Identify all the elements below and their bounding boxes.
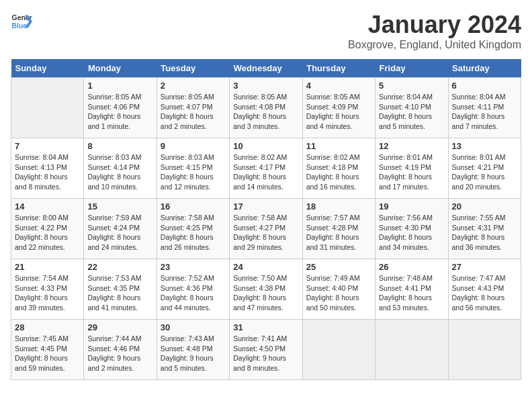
day-number: 25 <box>306 262 371 272</box>
day-number: 17 <box>233 201 298 212</box>
day-info: Sunrise: 7:43 AM Sunset: 4:48 PM Dayligh… <box>161 334 226 373</box>
day-cell: 8Sunrise: 8:03 AM Sunset: 4:14 PM Daylig… <box>84 138 157 199</box>
day-info: Sunrise: 7:56 AM Sunset: 4:30 PM Dayligh… <box>379 213 444 253</box>
day-cell: 24Sunrise: 7:50 AM Sunset: 4:38 PM Dayli… <box>230 259 302 320</box>
day-info: Sunrise: 7:54 AM Sunset: 4:33 PM Dayligh… <box>15 273 80 313</box>
week-row-1: 1Sunrise: 8:05 AM Sunset: 4:06 PM Daylig… <box>11 78 521 138</box>
week-row-3: 14Sunrise: 8:00 AM Sunset: 4:22 PM Dayli… <box>11 199 521 259</box>
day-info: Sunrise: 7:44 AM Sunset: 4:46 PM Dayligh… <box>87 334 152 373</box>
day-info: Sunrise: 8:01 AM Sunset: 4:21 PM Dayligh… <box>452 152 517 192</box>
day-info: Sunrise: 7:57 AM Sunset: 4:28 PM Dayligh… <box>306 213 371 253</box>
day-cell: 16Sunrise: 7:58 AM Sunset: 4:25 PM Dayli… <box>157 199 229 259</box>
day-cell <box>11 78 84 138</box>
weekday-header-sunday: Sunday <box>11 59 84 78</box>
day-number: 13 <box>452 141 517 151</box>
day-number: 6 <box>452 81 517 91</box>
day-cell: 17Sunrise: 7:58 AM Sunset: 4:27 PM Dayli… <box>230 199 302 259</box>
day-info: Sunrise: 7:53 AM Sunset: 4:35 PM Dayligh… <box>87 273 152 313</box>
logo-icon: General Blue <box>11 11 32 32</box>
day-cell: 3Sunrise: 8:05 AM Sunset: 4:08 PM Daylig… <box>230 78 302 138</box>
day-cell: 26Sunrise: 7:48 AM Sunset: 4:41 PM Dayli… <box>375 259 448 320</box>
day-cell: 18Sunrise: 7:57 AM Sunset: 4:28 PM Dayli… <box>302 199 375 259</box>
day-cell: 15Sunrise: 7:59 AM Sunset: 4:24 PM Dayli… <box>84 199 157 259</box>
day-number: 7 <box>15 141 80 151</box>
day-info: Sunrise: 7:52 AM Sunset: 4:36 PM Dayligh… <box>161 273 226 313</box>
day-info: Sunrise: 7:45 AM Sunset: 4:45 PM Dayligh… <box>15 334 80 373</box>
day-info: Sunrise: 7:55 AM Sunset: 4:31 PM Dayligh… <box>452 213 517 253</box>
day-number: 5 <box>379 81 444 91</box>
day-cell: 28Sunrise: 7:45 AM Sunset: 4:45 PM Dayli… <box>11 320 84 380</box>
day-info: Sunrise: 8:03 AM Sunset: 4:15 PM Dayligh… <box>161 152 226 192</box>
day-info: Sunrise: 7:58 AM Sunset: 4:25 PM Dayligh… <box>161 213 226 253</box>
day-cell: 5Sunrise: 8:04 AM Sunset: 4:10 PM Daylig… <box>375 78 448 138</box>
day-info: Sunrise: 7:47 AM Sunset: 4:43 PM Dayligh… <box>452 273 517 313</box>
day-number: 28 <box>15 322 80 332</box>
day-number: 11 <box>306 141 371 151</box>
day-info: Sunrise: 7:59 AM Sunset: 4:24 PM Dayligh… <box>87 213 152 253</box>
day-number: 4 <box>306 81 371 91</box>
day-info: Sunrise: 8:04 AM Sunset: 4:10 PM Dayligh… <box>379 92 444 132</box>
day-number: 9 <box>161 141 226 151</box>
day-info: Sunrise: 8:05 AM Sunset: 4:09 PM Dayligh… <box>306 92 371 132</box>
day-number: 12 <box>379 141 444 151</box>
day-cell: 7Sunrise: 8:04 AM Sunset: 4:13 PM Daylig… <box>11 138 84 199</box>
week-row-4: 21Sunrise: 7:54 AM Sunset: 4:33 PM Dayli… <box>11 259 521 320</box>
day-info: Sunrise: 7:58 AM Sunset: 4:27 PM Dayligh… <box>233 213 298 253</box>
day-cell: 27Sunrise: 7:47 AM Sunset: 4:43 PM Dayli… <box>448 259 521 320</box>
day-cell: 12Sunrise: 8:01 AM Sunset: 4:19 PM Dayli… <box>375 138 448 199</box>
day-cell <box>375 320 448 380</box>
day-cell <box>302 320 375 380</box>
day-number: 23 <box>161 262 226 272</box>
day-info: Sunrise: 8:05 AM Sunset: 4:07 PM Dayligh… <box>161 92 226 132</box>
day-cell: 14Sunrise: 8:00 AM Sunset: 4:22 PM Dayli… <box>11 199 84 259</box>
calendar-table: SundayMondayTuesdayWednesdayThursdayFrid… <box>11 59 521 380</box>
page-header: General Blue January 2024 Boxgrove, Engl… <box>11 11 521 51</box>
day-cell: 13Sunrise: 8:01 AM Sunset: 4:21 PM Dayli… <box>448 138 521 199</box>
day-info: Sunrise: 7:48 AM Sunset: 4:41 PM Dayligh… <box>379 273 444 313</box>
day-number: 27 <box>452 262 517 272</box>
day-cell: 19Sunrise: 7:56 AM Sunset: 4:30 PM Dayli… <box>375 199 448 259</box>
weekday-header-row: SundayMondayTuesdayWednesdayThursdayFrid… <box>11 59 521 78</box>
weekday-header-saturday: Saturday <box>448 59 521 78</box>
weekday-header-thursday: Thursday <box>302 59 375 78</box>
day-cell <box>448 320 521 380</box>
day-info: Sunrise: 8:04 AM Sunset: 4:13 PM Dayligh… <box>15 152 80 192</box>
weekday-header-wednesday: Wednesday <box>230 59 302 78</box>
day-cell: 25Sunrise: 7:49 AM Sunset: 4:40 PM Dayli… <box>302 259 375 320</box>
day-info: Sunrise: 8:05 AM Sunset: 4:06 PM Dayligh… <box>87 92 152 132</box>
day-cell: 6Sunrise: 8:04 AM Sunset: 4:11 PM Daylig… <box>448 78 521 138</box>
logo: General Blue <box>11 11 32 32</box>
day-number: 19 <box>379 201 444 212</box>
day-info: Sunrise: 7:49 AM Sunset: 4:40 PM Dayligh… <box>306 273 371 313</box>
weekday-header-tuesday: Tuesday <box>157 59 229 78</box>
day-cell: 31Sunrise: 7:41 AM Sunset: 4:50 PM Dayli… <box>230 320 302 380</box>
day-info: Sunrise: 8:02 AM Sunset: 4:17 PM Dayligh… <box>233 152 298 192</box>
week-row-5: 28Sunrise: 7:45 AM Sunset: 4:45 PM Dayli… <box>11 320 521 380</box>
day-number: 2 <box>161 81 226 91</box>
day-cell: 4Sunrise: 8:05 AM Sunset: 4:09 PM Daylig… <box>302 78 375 138</box>
day-cell: 21Sunrise: 7:54 AM Sunset: 4:33 PM Dayli… <box>11 259 84 320</box>
day-cell: 30Sunrise: 7:43 AM Sunset: 4:48 PM Dayli… <box>157 320 229 380</box>
day-number: 20 <box>452 201 517 212</box>
day-cell: 23Sunrise: 7:52 AM Sunset: 4:36 PM Dayli… <box>157 259 229 320</box>
day-number: 21 <box>15 262 80 272</box>
day-info: Sunrise: 8:01 AM Sunset: 4:19 PM Dayligh… <box>379 152 444 192</box>
day-number: 16 <box>161 201 226 212</box>
week-row-2: 7Sunrise: 8:04 AM Sunset: 4:13 PM Daylig… <box>11 138 521 199</box>
day-cell: 1Sunrise: 8:05 AM Sunset: 4:06 PM Daylig… <box>84 78 157 138</box>
day-number: 8 <box>87 141 152 151</box>
day-info: Sunrise: 7:41 AM Sunset: 4:50 PM Dayligh… <box>233 334 298 373</box>
calendar-body: 1Sunrise: 8:05 AM Sunset: 4:06 PM Daylig… <box>11 78 521 380</box>
day-info: Sunrise: 7:50 AM Sunset: 4:38 PM Dayligh… <box>233 273 298 313</box>
calendar-subtitle: Boxgrove, England, United Kingdom <box>348 39 521 51</box>
day-number: 1 <box>87 81 152 91</box>
day-info: Sunrise: 8:05 AM Sunset: 4:08 PM Dayligh… <box>233 92 298 132</box>
day-number: 31 <box>233 322 298 332</box>
day-number: 15 <box>87 201 152 212</box>
day-cell: 11Sunrise: 8:02 AM Sunset: 4:18 PM Dayli… <box>302 138 375 199</box>
weekday-header-friday: Friday <box>375 59 448 78</box>
day-number: 10 <box>233 141 298 151</box>
day-cell: 29Sunrise: 7:44 AM Sunset: 4:46 PM Dayli… <box>84 320 157 380</box>
day-cell: 20Sunrise: 7:55 AM Sunset: 4:31 PM Dayli… <box>448 199 521 259</box>
day-number: 18 <box>306 201 371 212</box>
